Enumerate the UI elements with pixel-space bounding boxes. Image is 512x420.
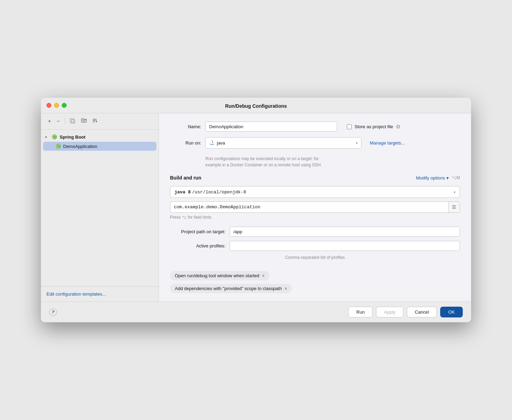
browse-icon: ☰: [452, 204, 456, 210]
gear-icon[interactable]: ⚙: [396, 124, 400, 130]
footer-left: ?: [49, 308, 57, 316]
build-and-run-section-header: Build and run Modify options ▾ ⌥M: [170, 175, 460, 181]
run-button[interactable]: Run: [348, 307, 373, 317]
store-project-row: Store as project file ⚙: [347, 124, 400, 130]
build-and-run-title: Build and run: [170, 175, 201, 181]
spring-boot-icon: [51, 134, 58, 140]
window-title: Run/Debug Configurations: [225, 103, 287, 109]
name-row: Name: Store as project file ⚙: [170, 122, 460, 132]
store-as-project-file-checkbox[interactable]: [347, 124, 352, 129]
main-class-row: ☰: [170, 201, 460, 213]
run-on-row: Run on: java ▾ Manage t: [170, 137, 460, 149]
project-path-label: Project path on target:: [170, 229, 225, 234]
tag-close-button[interactable]: ×: [284, 287, 287, 291]
minimize-button[interactable]: [54, 103, 59, 108]
tag-close-button[interactable]: ×: [262, 274, 265, 278]
svg-point-1: [55, 135, 56, 136]
run-hint: Run configurations may be executed local…: [205, 156, 460, 168]
modify-shortcut: ⌥M: [452, 175, 460, 180]
modify-options-button[interactable]: Modify options ▾ ⌥M: [416, 175, 460, 181]
modify-options-label: Modify options: [416, 175, 445, 181]
run-debug-configurations-window: Run/Debug Configurations + − ⿻: [41, 98, 471, 322]
footer: ? Run Apply Cancel OK: [41, 301, 471, 322]
sdk-chevron-icon: ▾: [454, 190, 455, 194]
footer-right: Run Apply Cancel OK: [348, 307, 463, 317]
run-on-inner: java: [209, 140, 225, 146]
folder-button[interactable]: [79, 117, 89, 126]
svg-point-3: [59, 145, 60, 146]
maximize-button[interactable]: [62, 103, 67, 108]
add-configuration-button[interactable]: +: [46, 117, 53, 126]
main-class-browse-button[interactable]: ☰: [448, 202, 460, 212]
tag-label: Open run/debug tool window when started: [175, 273, 259, 278]
sidebar-group-label: Spring Boot: [60, 134, 85, 140]
copy-configuration-button[interactable]: ⿻: [68, 117, 78, 126]
help-icon: ?: [52, 309, 54, 315]
active-profiles-row: Active profiles:: [170, 241, 460, 251]
tags-area: Open run/debug tool window when started …: [170, 271, 460, 293]
run-on-chevron-icon: ▾: [356, 141, 358, 145]
manage-targets-link[interactable]: Manage targets...: [370, 140, 405, 146]
run-on-select[interactable]: java ▾: [205, 137, 361, 149]
chevron-down-icon: ▾: [446, 175, 449, 181]
close-button[interactable]: [46, 103, 51, 108]
sdk-select[interactable]: java 8 /usr/local/openjdk-8 ▾: [170, 186, 460, 198]
sdk-path: /usr/local/openjdk-8: [192, 190, 246, 195]
active-profiles-input[interactable]: [230, 241, 460, 251]
name-input[interactable]: [205, 122, 337, 132]
main-content: + − ⿻: [41, 113, 471, 301]
name-label: Name:: [170, 124, 201, 129]
traffic-lights: [46, 103, 67, 108]
apply-button[interactable]: Apply: [376, 307, 403, 317]
sidebar-tree: ▾ Spring Boot: [41, 130, 159, 286]
folder-icon: [81, 118, 87, 124]
tag-add-dependencies: Add dependencies with "provided" scope t…: [170, 284, 292, 293]
demo-application-icon: [56, 143, 61, 149]
ok-button[interactable]: OK: [440, 307, 463, 317]
cancel-button[interactable]: Cancel: [407, 307, 437, 317]
java-icon: [209, 140, 214, 146]
tag-label: Add dependencies with "provided" scope t…: [175, 286, 282, 291]
plus-icon: +: [48, 118, 51, 124]
sidebar-toolbar: + − ⿻: [41, 113, 159, 130]
sidebar-group-spring-boot[interactable]: ▾ Spring Boot: [41, 132, 159, 141]
chevron-down-icon: ▾: [45, 135, 49, 139]
project-path-input[interactable]: [230, 227, 460, 237]
main-class-input[interactable]: [170, 202, 448, 212]
run-on-label: Run on:: [170, 140, 201, 146]
config-panel: Name: Store as project file ⚙ Run on:: [159, 113, 471, 301]
field-hint: Press ⌥ for field hints: [170, 215, 460, 220]
profiles-hint: Comma separated list of profiles: [170, 255, 460, 260]
toolbar-separator: [65, 118, 65, 124]
sdk-value-container: java 8 /usr/local/openjdk-8: [174, 189, 246, 195]
edit-configuration-templates-link[interactable]: Edit configuration templates...: [46, 291, 106, 297]
sdk-label: java 8: [174, 190, 191, 195]
sidebar-item-label: DemoApplication: [63, 144, 97, 149]
sidebar-item-demo-application[interactable]: DemoApplication: [43, 142, 156, 151]
minus-icon: −: [57, 118, 60, 124]
sort-button[interactable]: [90, 117, 99, 126]
help-button[interactable]: ?: [49, 308, 57, 316]
sort-icon: [92, 118, 97, 124]
title-bar: Run/Debug Configurations: [41, 98, 471, 113]
copy-icon: ⿻: [70, 118, 76, 124]
store-as-project-file-label: Store as project file: [355, 124, 393, 129]
tag-open-tool-window: Open run/debug tool window when started …: [170, 271, 270, 280]
run-on-value: java: [217, 140, 225, 146]
project-path-row: Project path on target:: [170, 227, 460, 237]
sidebar-footer: Edit configuration templates...: [41, 286, 159, 301]
active-profiles-label: Active profiles:: [170, 243, 225, 248]
remove-configuration-button[interactable]: −: [54, 117, 62, 126]
sidebar: + − ⿻: [41, 113, 159, 301]
